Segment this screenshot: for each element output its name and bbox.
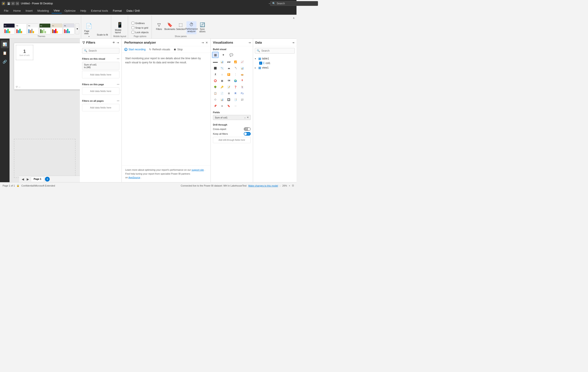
viz-line-clustered[interactable]: 📊 [239, 65, 245, 71]
tree-item-col1[interactable]: ✓ Σ col1 [255, 61, 295, 65]
filters-search-input[interactable] [89, 49, 117, 52]
menu-optimize[interactable]: Optimize [62, 8, 78, 13]
menu-external-tools[interactable]: External tools [89, 8, 110, 13]
viz-treemap[interactable]: ▦ [219, 78, 225, 84]
lock-objects-checkbox[interactable]: Lock objects [130, 30, 150, 34]
viz-kpi[interactable]: 📊 [219, 96, 225, 103]
page-prev-button[interactable]: ◀ [21, 177, 25, 181]
tree-item-table1[interactable]: ▾ ▦ table1 [255, 56, 295, 61]
selection-pane-button[interactable]: ⬚ Selection [176, 21, 186, 34]
perf-close-icon[interactable]: ✕ [206, 41, 208, 44]
viz-decomp-tree[interactable]: 🌳 [212, 84, 219, 90]
filters-add-all[interactable]: Add data fields here [82, 104, 119, 111]
filter-card-col1[interactable]: Sum of col1 is (All) [82, 62, 119, 70]
viz-matrix[interactable]: ⊞ [226, 90, 232, 96]
viz-pin-icon[interactable]: 📌 [212, 103, 219, 109]
viz-donut[interactable]: ⭕ [212, 78, 219, 84]
zoom-in-icon[interactable]: + [289, 184, 290, 187]
perf-expand-icon[interactable]: ⇥ [201, 41, 204, 44]
make-changes-link[interactable]: Make changes to this model [248, 184, 278, 187]
theme-item-6[interactable]: Aa [63, 23, 74, 34]
page-view-button[interactable]: 📄 Page view ▾ [83, 24, 95, 37]
snap-to-grid-checkbox[interactable]: Snap to grid [130, 26, 150, 30]
viz-ai-icon[interactable]: ✦ [220, 52, 227, 58]
theme-item-4[interactable]: Aa [39, 23, 51, 34]
stop-button[interactable]: ⏹ Stop [174, 48, 183, 51]
scale-to-fit-button[interactable]: Scale to fit [95, 33, 109, 37]
viz-waterfall[interactable]: ↕ [219, 71, 225, 77]
viz-100pct-col[interactable]: ⬛ [212, 65, 219, 71]
menu-format[interactable]: Format [111, 8, 124, 13]
viz-expand-icon[interactable]: ⇥ [248, 41, 251, 44]
viz-python[interactable]: Py [239, 90, 245, 96]
page-next-button[interactable]: ▶ [26, 177, 30, 181]
filters-eye-icon[interactable]: 👁 [112, 41, 115, 44]
cross-report-toggle[interactable]: Off [244, 127, 251, 131]
menu-insert[interactable]: Insert [23, 8, 35, 13]
menu-help[interactable]: Help [78, 8, 88, 13]
filters-add-page[interactable]: Add data fields here [82, 87, 119, 95]
viz-pie[interactable]: 🥧 [239, 71, 245, 77]
viz-paginated[interactable]: 📰 [239, 96, 245, 103]
fit-page-icon[interactable]: ⊡ [292, 184, 294, 187]
viz-stacked-col[interactable]: 📶 [232, 59, 239, 65]
viz-qna-icon[interactable]: 💬 [228, 52, 235, 58]
zoom-out-icon[interactable]: - [280, 184, 281, 187]
ribbon-collapse-button[interactable]: ∧ [293, 17, 295, 20]
menu-view[interactable]: View [52, 8, 62, 13]
viz-area[interactable]: ⛰ [226, 65, 232, 71]
filters-visual-menu[interactable]: ··· [117, 57, 119, 61]
data-search-box[interactable]: 🔍 [255, 48, 295, 53]
tree-item-view1[interactable]: ▸ ▦ view1 [255, 65, 295, 70]
col1-check-icon[interactable]: ✓ [259, 62, 262, 65]
menu-home[interactable]: Home [11, 8, 23, 13]
keep-filters-toggle[interactable]: On [244, 132, 251, 135]
start-recording-button[interactable]: Start recording [124, 48, 146, 51]
support-site-link[interactable]: support site [191, 168, 204, 171]
tree-expand-table1[interactable]: ▾ [255, 57, 257, 60]
mobile-layout-button[interactable]: 📱 Mobile layout [114, 21, 126, 34]
refresh-visuals-button[interactable]: ↻ Refresh visuals [149, 48, 170, 51]
redo-icon[interactable]: ↪ [16, 2, 19, 5]
gridlines-checkbox[interactable]: Gridlines [130, 21, 150, 25]
viz-diamond-icon[interactable]: ♦ [219, 103, 225, 109]
theme-item-2[interactable]: Aa [15, 23, 27, 34]
viz-100pct-bar[interactable]: ▰▰ [226, 59, 232, 65]
tree-expand-view1[interactable]: ▸ [255, 67, 257, 69]
viz-qna2[interactable]: ❓ [232, 84, 239, 90]
title-search-box[interactable]: 🔍 Search [270, 1, 297, 6]
viz-funnel[interactable]: ⏬ [226, 71, 232, 77]
viz-r-script[interactable]: R [232, 90, 239, 96]
viz-map[interactable]: 🗺 [226, 78, 232, 84]
menu-data-drill[interactable]: Data / Drill [124, 8, 142, 13]
menu-modeling[interactable]: Modeling [35, 8, 51, 13]
gridlines-check[interactable] [132, 22, 134, 24]
viz-smart-narrative[interactable]: 📝 [226, 84, 232, 90]
filters-search-box[interactable]: 🔍 [82, 48, 119, 53]
chip-close-icon[interactable]: ✕ [247, 116, 249, 119]
viz-clustered-col[interactable]: 📈 [239, 59, 245, 65]
lock-check[interactable] [132, 31, 134, 34]
undo-icon[interactable]: ↩ [11, 2, 15, 5]
viz-stacked-bar[interactable]: ▬▬ [212, 59, 219, 65]
filters-pane-button[interactable]: ▽ Filters [154, 21, 164, 34]
viz-gauge[interactable]: ⏲ [212, 96, 219, 103]
menu-file[interactable]: File [2, 8, 11, 13]
viz-line[interactable]: 📉 [219, 65, 225, 71]
bookmarks-pane-button[interactable]: 🔖 Bookmarks [165, 21, 175, 34]
sync-slicers-button[interactable]: 🔄 Sync slicers [197, 21, 207, 34]
theme-item-1[interactable]: Aa [3, 23, 15, 34]
viz-line-stacked[interactable]: 〽 [232, 65, 239, 71]
viz-narrative[interactable]: 📑 [232, 96, 239, 103]
data-view-button[interactable]: 📋 [1, 49, 9, 57]
add-page-button[interactable]: + [45, 177, 50, 182]
viz-ribbon[interactable]: 🎗 [212, 71, 219, 77]
appsource-link[interactable]: AppSource [128, 176, 140, 179]
viz-filled-map[interactable]: 🌍 [232, 78, 239, 84]
viz-table[interactable]: 📄 [219, 90, 225, 96]
filters-expand-icon[interactable]: ⇥ [116, 41, 119, 44]
page-tab-1[interactable]: Page 1 [31, 176, 44, 182]
filters-all-menu[interactable]: ··· [117, 99, 119, 103]
viz-more-icon[interactable]: ··· [232, 103, 239, 109]
viz-bookmark-icon[interactable]: 🔖 [226, 103, 232, 109]
